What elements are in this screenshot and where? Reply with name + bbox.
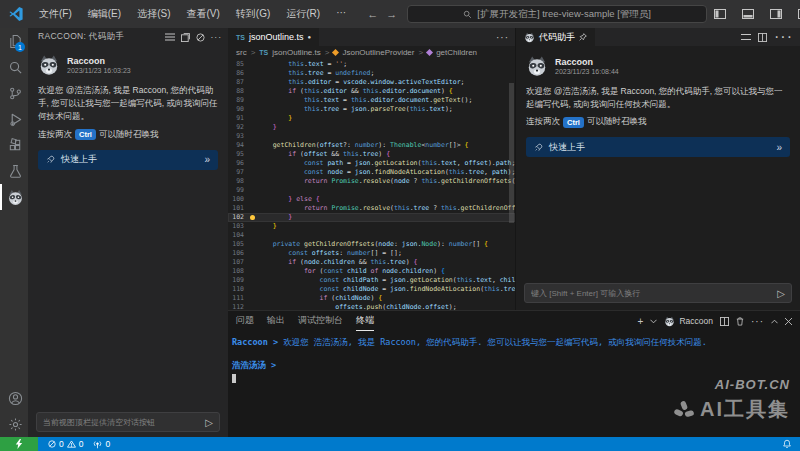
code-line[interactable]: 101 return Promise.resolve(this.tree ? t… xyxy=(228,204,515,213)
new-chat-icon[interactable] xyxy=(181,33,190,42)
code-line[interactable]: 90 this.tree = json.parseTree(this.text)… xyxy=(228,105,515,114)
raccoon-assistant-icon[interactable] xyxy=(0,184,28,210)
menu-edit[interactable]: 编辑(E) xyxy=(81,4,128,24)
menu-file[interactable]: 文件(F) xyxy=(32,4,79,24)
remote-indicator[interactable] xyxy=(0,437,38,451)
accounts-icon[interactable] xyxy=(0,385,28,411)
more-actions-icon[interactable] xyxy=(774,28,793,46)
assistant-chat-input-field[interactable] xyxy=(531,289,773,298)
search-view-icon[interactable] xyxy=(0,54,28,80)
menu-selection[interactable]: 选择(S) xyxy=(130,4,177,24)
code-line[interactable]: 99 xyxy=(228,186,515,195)
settings-gear-icon[interactable] xyxy=(0,411,28,437)
code-line[interactable]: 91 } xyxy=(228,114,515,123)
sidebar-chat-input-field[interactable] xyxy=(43,418,201,427)
send-icon[interactable] xyxy=(777,288,785,299)
more-actions-icon[interactable] xyxy=(211,32,223,42)
run-debug-icon[interactable] xyxy=(0,106,28,132)
send-icon[interactable] xyxy=(205,417,213,428)
chevron-down-icon[interactable] xyxy=(650,319,657,324)
breadcrumb-class[interactable]: JsonOutlineProvider xyxy=(342,48,414,57)
tab-jsonoutline[interactable]: TS jsonOutline.ts ● xyxy=(228,28,319,46)
new-terminal-icon[interactable]: + xyxy=(638,316,644,327)
menu-view[interactable]: 查看(V) xyxy=(179,4,226,24)
code-line[interactable]: 87 this.editor = vscode.window.activeTex… xyxy=(228,78,515,87)
pin-icon[interactable] xyxy=(579,33,587,41)
kill-terminal-trash-icon[interactable] xyxy=(736,317,744,326)
code-line[interactable]: 107 if (node.children && this.tree) { xyxy=(228,258,515,267)
terminal[interactable]: Raccoon > 欢迎您 浩浩汤汤, 我是 Raccoon, 您的代码助手. … xyxy=(228,331,800,437)
code-line[interactable]: 109 const childPath = json.getLocation(t… xyxy=(228,276,515,285)
quick-start-label: 快速上手 xyxy=(61,153,97,166)
notifications-bell-icon[interactable] xyxy=(782,439,792,449)
ports-status[interactable]: 0 xyxy=(93,439,110,449)
test-beaker-icon[interactable] xyxy=(0,158,28,184)
code-line[interactable]: 88 if (this.editor && this.editor.docume… xyxy=(228,87,515,96)
terminal-profile[interactable]: Raccoon xyxy=(664,316,713,327)
code-line[interactable]: 112 offsets.push(childNode.offset); xyxy=(228,303,515,310)
scrollbar-thumb[interactable] xyxy=(509,83,514,223)
tab-output[interactable]: 输出 xyxy=(267,311,285,331)
quick-start-button[interactable]: 快速上手 » xyxy=(38,150,218,170)
code-line[interactable]: 94 getChildren(offset?: number): Thenabl… xyxy=(228,141,515,150)
line-number: 107 xyxy=(228,258,248,267)
extensions-icon[interactable] xyxy=(0,132,28,158)
problems-status[interactable]: 0 0 xyxy=(48,439,83,449)
editor-more-actions-icon[interactable] xyxy=(496,32,509,43)
code-line[interactable]: 93 xyxy=(228,132,515,141)
tab-problems[interactable]: 问题 xyxy=(236,311,254,331)
forward-icon[interactable] xyxy=(386,8,397,20)
chevron-up-icon[interactable] xyxy=(771,319,778,324)
menu-more[interactable]: ··· xyxy=(329,4,353,24)
toggle-sidebar-button[interactable] xyxy=(707,0,733,28)
code-editor[interactable]: 85 this.text = '';86 this.tree = undefin… xyxy=(228,59,515,310)
split-terminal-icon[interactable] xyxy=(720,317,729,326)
layout-icon[interactable] xyxy=(741,33,751,41)
toggle-secondary-sidebar-button[interactable] xyxy=(763,0,789,28)
breadcrumb-file[interactable]: jsonOutline.ts xyxy=(272,48,320,57)
editor-scrollbar[interactable] xyxy=(508,59,515,310)
clear-session-icon[interactable] xyxy=(196,33,205,42)
code-line[interactable]: 89 this.text = this.editor.document.getT… xyxy=(228,96,515,105)
code-line[interactable]: 111 if (childNode) { xyxy=(228,294,515,303)
quick-start-button[interactable]: 快速上手 » xyxy=(526,137,790,157)
code-line[interactable]: 104 xyxy=(228,231,515,240)
chevron-right-icon: » xyxy=(204,154,210,165)
customize-layout-button[interactable] xyxy=(791,0,800,28)
code-line[interactable]: 108 for (const child of node.children) { xyxy=(228,267,515,276)
code-line[interactable]: 98 return Promise.resolve(node ? this.ge… xyxy=(228,177,515,186)
code-line[interactable]: 105 private getChildrenOffsets(node: jso… xyxy=(228,240,515,249)
line-number: 92 xyxy=(228,123,248,132)
code-line[interactable]: 110 const childNode = json.findNodeAtLoc… xyxy=(228,285,515,294)
source-control-icon[interactable] xyxy=(0,80,28,106)
terminal-cursor xyxy=(232,374,236,383)
code-line[interactable]: 85 this.text = ''; xyxy=(228,60,515,69)
code-line[interactable]: 95 if (offset && this.tree) { xyxy=(228,150,515,159)
more-actions-icon[interactable] xyxy=(751,316,764,327)
code-line[interactable]: 86 this.tree = undefined; xyxy=(228,69,515,78)
command-center[interactable]: [扩展开发宿主] tree-view-sample [管理员] xyxy=(407,5,707,23)
code-line[interactable]: 97 const node = json.findNodeAtLocation(… xyxy=(228,168,515,177)
code-line[interactable]: 106 const offsets: number[] = []; xyxy=(228,249,515,258)
lightbulb-icon[interactable] xyxy=(248,215,257,220)
breadcrumb-method[interactable]: getChildren xyxy=(436,48,477,57)
code-line[interactable]: 102 } xyxy=(228,213,515,222)
toggle-panel-button[interactable] xyxy=(735,0,761,28)
explorer-icon[interactable]: 1 xyxy=(0,28,28,54)
code-text: this.tree = json.parseTree(this.text); xyxy=(257,105,515,114)
menu-run[interactable]: 运行(R) xyxy=(279,4,327,24)
dirty-indicator-icon[interactable]: ● xyxy=(307,34,311,40)
code-line[interactable]: 103 } xyxy=(228,222,515,231)
code-line[interactable]: 96 const path = json.getLocation(this.te… xyxy=(228,159,515,168)
code-line[interactable]: 92 } xyxy=(228,123,515,132)
tab-debug-console[interactable]: 调试控制台 xyxy=(298,311,343,331)
tab-code-assistant[interactable]: 代码助手 xyxy=(516,28,595,46)
code-line[interactable]: 100 } else { xyxy=(228,195,515,204)
tab-terminal[interactable]: 终端 xyxy=(356,311,374,331)
back-icon[interactable] xyxy=(367,8,378,20)
chat-list-icon[interactable] xyxy=(165,33,175,41)
breadcrumb-src[interactable]: src xyxy=(236,48,247,57)
menu-go[interactable]: 转到(G) xyxy=(229,4,277,24)
close-panel-icon[interactable] xyxy=(785,318,792,325)
split-editor-icon[interactable] xyxy=(758,33,767,42)
